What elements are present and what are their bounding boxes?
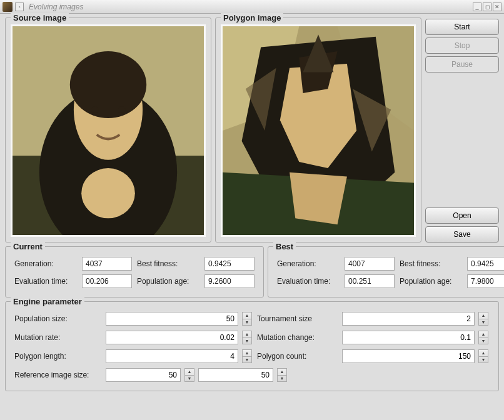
mutation-change-spinner[interactable]: ▲▼ bbox=[478, 331, 488, 344]
polygon-length-label: Polygon length: bbox=[14, 352, 102, 361]
pause-button[interactable]: Pause bbox=[425, 56, 499, 72]
chevron-up-icon: ▲ bbox=[479, 312, 488, 319]
titlebar-button[interactable]: ◦ bbox=[15, 2, 24, 11]
mutation-change-label: Mutation change: bbox=[257, 333, 338, 342]
best-best-fitness-value: 0.9425 bbox=[467, 257, 504, 271]
polygon-length-input[interactable] bbox=[106, 349, 238, 363]
polygon-count-input[interactable] bbox=[342, 349, 475, 363]
chevron-up-icon: ▲ bbox=[243, 312, 251, 319]
best-best-fitness-label: Best fitness: bbox=[400, 259, 462, 268]
population-size-spinner[interactable]: ▲▼ bbox=[242, 312, 252, 326]
population-size-label: Population size: bbox=[14, 314, 102, 323]
current-eval-time-value: 00.206 bbox=[82, 274, 132, 288]
stop-button[interactable]: Stop bbox=[425, 38, 499, 54]
svg-point-7 bbox=[81, 168, 135, 218]
current-title: Current bbox=[11, 242, 45, 251]
svg-point-5 bbox=[91, 107, 98, 113]
svg-marker-15 bbox=[290, 172, 347, 225]
side-button-column: Start Stop Pause Open Save bbox=[425, 18, 499, 242]
engine-title: Engine parameter bbox=[11, 297, 84, 306]
chevron-down-icon: ▼ bbox=[243, 357, 251, 363]
chevron-down-icon: ▼ bbox=[278, 376, 286, 382]
reference-height-input[interactable] bbox=[198, 368, 273, 382]
chevron-down-icon: ▼ bbox=[479, 357, 488, 363]
close-icon[interactable]: ✕ bbox=[493, 2, 501, 11]
tournament-size-input[interactable] bbox=[342, 312, 475, 326]
chevron-down-icon: ▼ bbox=[243, 319, 251, 326]
source-image bbox=[11, 24, 206, 237]
best-title: Best bbox=[273, 242, 296, 251]
reference-width-input[interactable] bbox=[106, 368, 181, 382]
best-generation-label: Generation: bbox=[277, 259, 340, 268]
save-button[interactable]: Save bbox=[425, 226, 499, 242]
chevron-up-icon: ▲ bbox=[479, 350, 488, 357]
main-window: ◦ Evolving images _ ◻ ✕ Source image bbox=[0, 0, 504, 420]
chevron-up-icon: ▲ bbox=[185, 369, 194, 376]
polygon-count-label: Polygon count: bbox=[257, 352, 338, 361]
chevron-up-icon: ▲ bbox=[243, 331, 251, 338]
mutation-rate-input[interactable] bbox=[106, 331, 238, 344]
polygon-length-spinner[interactable]: ▲▼ bbox=[242, 349, 252, 363]
source-image-title: Source image bbox=[11, 13, 69, 22]
maximize-icon[interactable]: ◻ bbox=[483, 2, 491, 11]
svg-point-6 bbox=[118, 107, 125, 113]
current-generation-label: Generation: bbox=[14, 259, 77, 268]
app-icon bbox=[3, 2, 13, 12]
current-eval-time-label: Evaluation time: bbox=[14, 277, 77, 286]
polygon-image-title: Polygon image bbox=[221, 13, 283, 22]
best-eval-time-value: 00.251 bbox=[345, 274, 395, 288]
tournament-size-spinner[interactable]: ▲▼ bbox=[478, 312, 488, 326]
current-group: Current Generation: 4037 Best fitness: 0… bbox=[5, 246, 264, 298]
tournament-size-label: Tournament size bbox=[257, 314, 338, 323]
current-pop-age-value: 9.2600 bbox=[204, 274, 255, 288]
start-button[interactable]: Start bbox=[425, 19, 499, 35]
reference-width-spinner[interactable]: ▲▼ bbox=[184, 368, 194, 382]
mutation-change-input[interactable] bbox=[342, 331, 475, 344]
chevron-down-icon: ▼ bbox=[243, 338, 251, 344]
chevron-up-icon: ▲ bbox=[243, 350, 251, 357]
polygon-image bbox=[221, 24, 416, 237]
current-best-fitness-value: 0.9425 bbox=[204, 257, 255, 271]
current-pop-age-label: Population age: bbox=[137, 277, 199, 286]
chevron-down-icon: ▼ bbox=[479, 319, 488, 326]
polygon-count-spinner[interactable]: ▲▼ bbox=[478, 349, 488, 363]
source-image-group: Source image bbox=[5, 18, 211, 242]
svg-point-4 bbox=[70, 51, 146, 118]
reference-height-spinner[interactable]: ▲▼ bbox=[277, 368, 287, 382]
window-title: Evolving images bbox=[29, 2, 83, 11]
chevron-down-icon: ▼ bbox=[185, 376, 194, 382]
minimize-icon[interactable]: _ bbox=[473, 2, 481, 11]
best-pop-age-label: Population age: bbox=[400, 277, 462, 286]
current-generation-value: 4037 bbox=[82, 257, 132, 271]
chevron-down-icon: ▼ bbox=[479, 338, 488, 344]
engine-group: Engine parameter Population size: ▲▼ Tou… bbox=[5, 301, 499, 391]
best-generation-value: 4007 bbox=[345, 257, 395, 271]
mutation-rate-label: Mutation rate: bbox=[14, 333, 102, 342]
mutation-rate-spinner[interactable]: ▲▼ bbox=[242, 331, 252, 344]
population-size-input[interactable] bbox=[106, 312, 238, 326]
chevron-up-icon: ▲ bbox=[278, 369, 286, 376]
reference-image-size-label: Reference image size: bbox=[14, 371, 102, 379]
open-button[interactable]: Open bbox=[425, 208, 499, 224]
titlebar: ◦ Evolving images _ ◻ ✕ bbox=[0, 0, 504, 14]
chevron-up-icon: ▲ bbox=[479, 331, 488, 338]
best-eval-time-label: Evaluation time: bbox=[277, 277, 340, 286]
best-pop-age-value: 7.9800 bbox=[467, 274, 504, 288]
best-group: Best Generation: 4007 Best fitness: 0.94… bbox=[268, 246, 504, 298]
polygon-image-group: Polygon image bbox=[215, 18, 421, 242]
current-best-fitness-label: Best fitness: bbox=[137, 259, 199, 268]
